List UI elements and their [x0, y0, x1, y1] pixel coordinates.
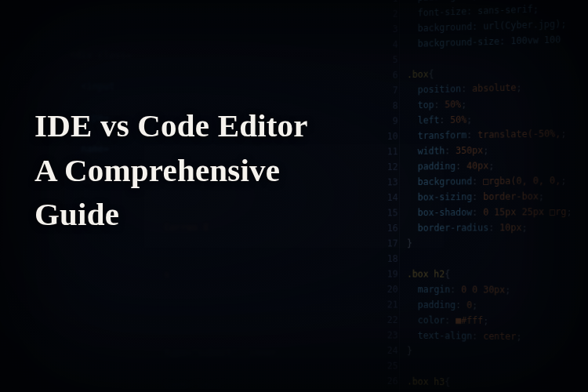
- headline: IDE vs Code Editor A Comprehensive Guide: [34, 103, 308, 237]
- headline-line-2: A Comprehensive: [34, 152, 280, 188]
- headline-line-1: IDE vs Code Editor: [34, 107, 308, 143]
- headline-line-3: Guide: [34, 196, 119, 232]
- code-column-right: 1 padding: 0; 2 font-size: sans-serif; 3…: [377, 0, 572, 392]
